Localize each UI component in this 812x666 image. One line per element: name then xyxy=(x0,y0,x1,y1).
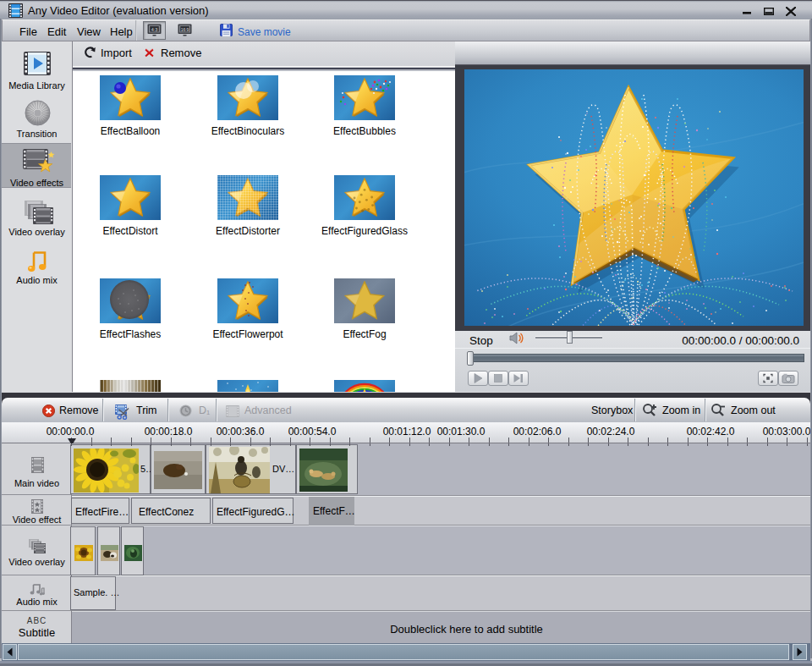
svg-text:4:3: 4:3 xyxy=(151,27,158,32)
svg-text:16:9: 16:9 xyxy=(181,27,189,32)
